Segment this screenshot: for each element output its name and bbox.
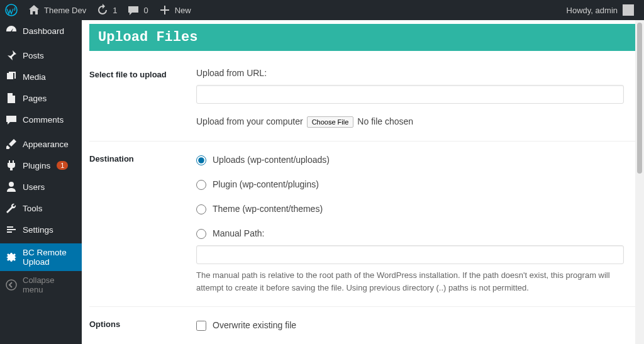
sidebar-item-settings[interactable]: Settings (0, 219, 82, 240)
sidebar-item-label: Users (23, 182, 45, 192)
avatar (623, 4, 634, 16)
admin-bar-left: Theme Dev 1 0 New (0, 0, 196, 20)
option-overwrite-label[interactable]: Overwrite existing file (213, 319, 296, 332)
site-name-link[interactable]: Theme Dev (23, 0, 91, 20)
howdy-text: Howdy, admin (567, 6, 618, 15)
sidebar-item-dashboard[interactable]: Dashboard (0, 20, 82, 42)
home-icon (28, 4, 40, 16)
sidebar-item-label: Plugins (23, 161, 50, 170)
sidebar-item-label: Appearance (23, 140, 69, 149)
scrollbar[interactable] (635, 20, 644, 344)
update-icon (96, 4, 109, 16)
page-title: Upload Files (89, 24, 636, 51)
sidebar-item-label: Dashboard (23, 26, 64, 36)
sidebar-item-label: Tools (23, 204, 43, 213)
wordpress-icon (5, 4, 18, 16)
destination-label-plugin[interactable]: Plugin (wp-content/plugins) (213, 178, 319, 191)
user-icon (5, 180, 18, 193)
sidebar-item-media[interactable]: Media (0, 66, 82, 87)
collapse-label: Collapse menu (23, 275, 77, 294)
gear-icon (5, 251, 18, 264)
comments-count: 0 (143, 6, 148, 15)
new-content-link[interactable]: New (153, 0, 196, 20)
media-icon (5, 70, 18, 83)
destination-label-theme[interactable]: Theme (wp-content/themes) (213, 203, 323, 216)
sidebar-item-label: Comments (23, 115, 64, 125)
main-content: Upload Files Select file to upload Uploa… (82, 20, 644, 344)
collapse-menu[interactable]: Collapse menu (0, 271, 82, 299)
no-file-text: No file chosen (357, 115, 413, 128)
brush-icon (5, 138, 18, 150)
sidebar-item-label: Settings (23, 225, 53, 235)
comments-icon (5, 113, 18, 126)
collapse-icon (5, 279, 18, 291)
destination-radio-uploads[interactable] (196, 155, 206, 165)
computer-label: Upload from your computer (196, 115, 303, 128)
destination-label-uploads[interactable]: Uploads (wp-content/uploads) (213, 153, 330, 167)
page-icon (5, 92, 18, 104)
scrollbar-thumb[interactable] (637, 23, 642, 174)
sidebar-item-label: BC Remote Upload (23, 248, 77, 267)
sidebar-item-pages[interactable]: Pages (0, 87, 82, 109)
destination-radio-theme[interactable] (196, 204, 206, 214)
sidebar-item-label: Posts (23, 51, 44, 60)
pin-icon (5, 49, 18, 62)
section-heading-destination: Destination (89, 141, 196, 307)
updates-link[interactable]: 1 (91, 0, 122, 20)
destination-radio-plugin[interactable] (196, 180, 206, 190)
sidebar-item-label: Media (23, 72, 46, 82)
admin-bar: Theme Dev 1 0 New Howdy, admin (0, 0, 644, 20)
upload-url-input[interactable] (196, 85, 624, 104)
sidebar-item-plugins[interactable]: Plugins 1 (0, 155, 82, 176)
option-overwrite-checkbox[interactable] (196, 321, 206, 331)
new-label: New (175, 6, 191, 15)
admin-bar-right[interactable]: Howdy, admin (567, 4, 639, 16)
section-heading-options: Options (89, 307, 196, 345)
choose-file-button[interactable]: Choose File (307, 116, 354, 128)
wp-logo[interactable] (0, 0, 23, 20)
updates-count: 1 (113, 6, 117, 15)
svg-point-1 (6, 280, 16, 290)
sidebar-item-posts[interactable]: Posts (0, 45, 82, 66)
plus-icon (158, 4, 171, 16)
wrench-icon (5, 202, 18, 214)
destination-radio-manual[interactable] (196, 229, 206, 239)
sidebar-item-tools[interactable]: Tools (0, 197, 82, 219)
upload-form: Select file to upload Upload from URL: U… (89, 57, 636, 344)
site-name: Theme Dev (44, 6, 86, 15)
section-heading-select-file: Select file to upload (89, 57, 196, 141)
manual-path-description: The manual path is relative to the root … (196, 269, 630, 294)
plugin-update-badge: 1 (57, 161, 68, 170)
sidebar-item-comments[interactable]: Comments (0, 109, 82, 130)
sidebar-item-label: Pages (23, 94, 47, 103)
url-label: Upload from URL: (196, 67, 630, 80)
plug-icon (5, 159, 18, 172)
dashboard-icon (5, 25, 18, 37)
sliders-icon (5, 223, 18, 236)
sidebar-item-users[interactable]: Users (0, 176, 82, 197)
destination-label-manual[interactable]: Manual Path: (213, 227, 265, 240)
manual-path-input[interactable] (196, 245, 624, 264)
comments-link[interactable]: 0 (122, 0, 153, 20)
admin-sidebar: Dashboard Posts Media Pages Comments App… (0, 20, 82, 344)
sidebar-item-bc-remote-upload[interactable]: BC Remote Upload (0, 243, 82, 271)
sidebar-item-appearance[interactable]: Appearance (0, 133, 82, 155)
comment-icon (127, 4, 140, 16)
